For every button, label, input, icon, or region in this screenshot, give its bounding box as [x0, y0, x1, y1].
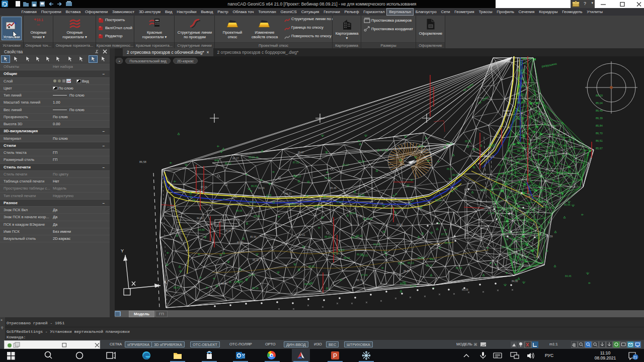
svg-text:86,83: 86,83 — [517, 93, 524, 96]
svg-text:86,66: 86,66 — [517, 85, 524, 88]
svg-text:P: P — [333, 352, 337, 359]
svg-text:86,94: 86,94 — [522, 242, 528, 245]
svg-text:84,95: 84,95 — [418, 145, 424, 148]
svg-text:87,31: 87,31 — [250, 201, 256, 204]
svg-text:85,84: 85,84 — [596, 124, 603, 127]
svg-text:86,47: 86,47 — [498, 163, 505, 166]
svg-text:87,25: 87,25 — [201, 186, 207, 189]
svg-text:85,52: 85,52 — [308, 265, 315, 268]
svg-text:84,16: 84,16 — [400, 282, 407, 285]
svg-text:85,04: 85,04 — [596, 102, 603, 105]
svg-text:85,52: 85,52 — [333, 252, 339, 255]
svg-text:86,21: 86,21 — [447, 167, 453, 170]
svg-text:разрушено: разрушено — [541, 62, 557, 68]
svg-text:88,00: 88,00 — [289, 203, 296, 206]
svg-text:87,88: 87,88 — [560, 171, 567, 174]
svg-text:85,66: 85,66 — [564, 203, 571, 206]
svg-text:85,86: 85,86 — [398, 262, 405, 265]
svg-text:85,87: 85,87 — [174, 286, 180, 289]
svg-text:85,17: 85,17 — [343, 163, 349, 166]
svg-text:86,22: 86,22 — [517, 149, 524, 152]
svg-text:86,98: 86,98 — [517, 101, 524, 104]
svg-text:84,89: 84,89 — [198, 228, 205, 231]
svg-text:86,71: 86,71 — [426, 264, 433, 267]
svg-text:85,49: 85,49 — [314, 205, 321, 208]
svg-text:85,79: 85,79 — [356, 279, 363, 282]
svg-text:85,57: 85,57 — [298, 151, 304, 154]
svg-text:84,69: 84,69 — [258, 187, 265, 190]
svg-text:85,09: 85,09 — [462, 288, 468, 291]
svg-text:86,23: 86,23 — [526, 226, 533, 229]
svg-text:84,73: 84,73 — [569, 138, 575, 141]
svg-text:87,07: 87,07 — [513, 209, 519, 212]
svg-text:85,96: 85,96 — [250, 235, 257, 238]
svg-text:84,86: 84,86 — [418, 256, 424, 259]
svg-text:85,90: 85,90 — [221, 282, 227, 285]
svg-text:84,79: 84,79 — [249, 274, 255, 277]
svg-text:85,03: 85,03 — [325, 235, 331, 238]
svg-text:86,25: 86,25 — [472, 148, 479, 151]
svg-text:85,49: 85,49 — [330, 187, 337, 190]
svg-text:Y: Y — [121, 248, 124, 253]
svg-text:86,58: 86,58 — [139, 160, 146, 163]
svg-text:21: 21 — [633, 355, 637, 359]
svg-text:85,06: 85,06 — [517, 77, 524, 80]
svg-text:87,04: 87,04 — [361, 274, 368, 277]
svg-text:84,02: 84,02 — [512, 280, 518, 283]
svg-text:86,75: 86,75 — [505, 113, 512, 116]
svg-text:84,54: 84,54 — [351, 236, 358, 239]
svg-text:85,34: 85,34 — [456, 266, 462, 269]
svg-text:86,22: 86,22 — [517, 109, 524, 112]
svg-text:85,13: 85,13 — [225, 162, 231, 165]
svg-text:точка 0: точка 0 — [503, 109, 512, 112]
svg-text:85,79: 85,79 — [520, 258, 526, 261]
svg-text:86,27: 86,27 — [232, 157, 239, 160]
svg-text:86,51: 86,51 — [596, 139, 603, 142]
svg-text:87,27: 87,27 — [337, 201, 343, 204]
svg-text:84,27: 84,27 — [295, 175, 301, 178]
svg-text:86,83: 86,83 — [251, 185, 258, 188]
svg-text:85,29: 85,29 — [249, 156, 255, 159]
svg-text:86,39: 86,39 — [596, 117, 603, 120]
svg-text:X: X — [164, 280, 167, 285]
svg-text:85,13: 85,13 — [408, 261, 414, 264]
svg-text:87,87: 87,87 — [356, 215, 363, 218]
svg-text:86,84: 86,84 — [344, 256, 350, 259]
svg-text:86,59: 86,59 — [546, 235, 553, 238]
svg-text:86,90: 86,90 — [517, 141, 524, 144]
svg-text:84,57: 84,57 — [350, 212, 356, 215]
svg-text:84,46: 84,46 — [565, 275, 572, 278]
svg-text:87,01: 87,01 — [299, 233, 305, 236]
svg-text:86,18: 86,18 — [358, 194, 365, 197]
svg-text:87,03: 87,03 — [293, 161, 299, 164]
svg-text:85,67: 85,67 — [517, 157, 524, 160]
svg-text:86,57: 86,57 — [452, 173, 459, 176]
svg-text:85,99: 85,99 — [254, 215, 260, 218]
svg-text:84,06: 84,06 — [236, 209, 243, 212]
svg-text:85,98: 85,98 — [529, 184, 535, 187]
svg-text:86,14: 86,14 — [517, 133, 524, 136]
svg-text:86,01: 86,01 — [362, 254, 368, 257]
svg-text:86,57: 86,57 — [502, 245, 508, 248]
svg-text:87,54: 87,54 — [325, 176, 331, 179]
svg-text:87,57: 87,57 — [234, 281, 241, 284]
svg-text:85,16: 85,16 — [252, 287, 259, 290]
svg-text:86,83: 86,83 — [513, 255, 520, 258]
svg-text:86,09: 86,09 — [338, 248, 345, 251]
svg-text:85,63: 85,63 — [517, 69, 524, 72]
svg-text:⌘: ⌘ — [473, 342, 477, 347]
svg-text:85,11: 85,11 — [253, 258, 259, 261]
svg-text:86,93: 86,93 — [225, 229, 231, 232]
svg-text:87,04: 87,04 — [377, 202, 383, 205]
svg-text:86,65: 86,65 — [446, 142, 453, 145]
svg-text:84,25: 84,25 — [508, 205, 515, 208]
svg-text:87,27: 87,27 — [237, 241, 244, 244]
svg-text:85,08: 85,08 — [358, 160, 365, 163]
svg-text:86,23: 86,23 — [435, 199, 442, 202]
svg-text:86,52: 86,52 — [366, 217, 373, 220]
svg-text:86,33: 86,33 — [517, 117, 524, 120]
svg-text:85,56: 85,56 — [465, 140, 471, 143]
svg-text:84,86: 84,86 — [197, 217, 203, 220]
svg-text:86,93: 86,93 — [489, 143, 496, 146]
svg-text:86,20: 86,20 — [404, 269, 410, 273]
